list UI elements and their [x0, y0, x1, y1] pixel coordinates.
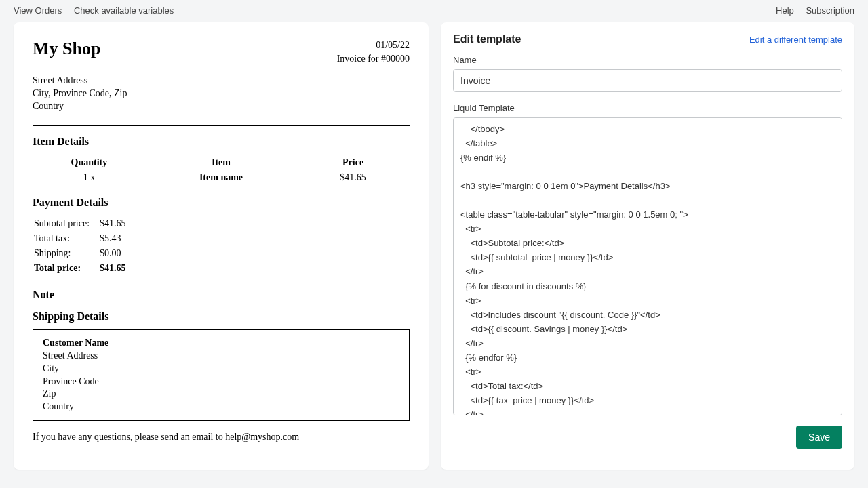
shipping-box: Customer Name Street Address City Provin…	[33, 329, 410, 421]
col-item: Item	[146, 155, 296, 171]
preview-panel: My Shop 01/05/22 Invoice for #00000 Stre…	[14, 22, 429, 470]
ship-zip: Zip	[43, 388, 399, 401]
editor-title: Edit template	[453, 33, 521, 45]
footer-prefix: If you have any questions, please send a…	[33, 432, 225, 442]
payment-table: Subtotal price:$41.65 Total tax:$5.43 Sh…	[33, 216, 134, 277]
col-quantity: Quantity	[33, 155, 146, 171]
save-button[interactable]: Save	[796, 426, 842, 449]
check-variables-link[interactable]: Check available variables	[74, 5, 174, 16]
subtotal-label: Subtotal price:	[34, 217, 98, 230]
total-label: Total price:	[34, 262, 98, 275]
subscription-link[interactable]: Subscription	[806, 5, 854, 16]
divider	[33, 125, 410, 126]
shop-address: Street Address City, Province Code, Zip …	[33, 75, 410, 113]
shipping-value: $0.00	[100, 247, 133, 260]
table-row: 1 x Item name $41.65	[33, 171, 410, 184]
ship-street: Street Address	[43, 350, 399, 363]
liquid-template-textarea[interactable]	[453, 117, 842, 415]
top-bar: View Orders Check available variables He…	[0, 0, 868, 18]
cell-item: Item name	[146, 171, 296, 184]
shipping-label: Shipping:	[34, 247, 98, 260]
address-street: Street Address	[33, 75, 410, 87]
edit-different-template-link[interactable]: Edit a different template	[749, 35, 842, 45]
liquid-label: Liquid Template	[453, 103, 842, 113]
payment-details-heading: Payment Details	[33, 197, 410, 209]
items-table: Quantity Item Price 1 x Item name $41.65	[33, 155, 410, 184]
footer-email-link[interactable]: help@myshop.com	[225, 432, 299, 442]
col-price: Price	[296, 155, 410, 171]
tax-label: Total tax:	[34, 232, 98, 245]
ship-city: City	[43, 363, 399, 375]
view-orders-link[interactable]: View Orders	[14, 5, 62, 16]
footer-note: If you have any questions, please send a…	[33, 432, 410, 443]
address-csz: City, Province Code, Zip	[33, 87, 410, 100]
editor-panel: Edit template Edit a different template …	[441, 22, 854, 470]
invoice-number: Invoice for #00000	[337, 52, 410, 66]
help-link[interactable]: Help	[776, 5, 794, 16]
shipping-details-heading: Shipping Details	[33, 310, 410, 323]
invoice-date: 01/05/22	[337, 39, 410, 52]
cell-price: $41.65	[296, 171, 410, 184]
cell-qty: 1 x	[33, 171, 146, 184]
item-details-heading: Item Details	[33, 136, 410, 148]
ship-province: Province Code	[43, 375, 399, 388]
total-value: $41.65	[100, 262, 133, 275]
shop-name: My Shop	[33, 39, 100, 59]
invoice-meta: 01/05/22 Invoice for #00000	[337, 39, 410, 65]
name-label: Name	[453, 55, 842, 65]
address-country: Country	[33, 100, 410, 113]
subtotal-value: $41.65	[100, 217, 133, 230]
ship-country: Country	[43, 401, 399, 413]
customer-name: Customer Name	[43, 337, 399, 350]
note-heading: Note	[33, 289, 410, 301]
tax-value: $5.43	[100, 232, 133, 245]
template-name-input[interactable]	[453, 69, 842, 92]
